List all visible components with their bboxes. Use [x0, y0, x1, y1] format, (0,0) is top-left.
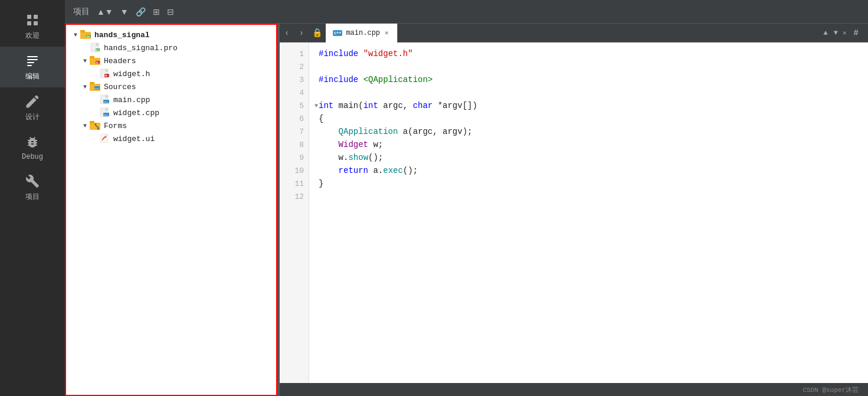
svg-text:c++: c++: [104, 114, 109, 116]
svg-text:c++: c++: [95, 87, 100, 90]
tab-close-btn[interactable]: ✕: [384, 29, 390, 37]
sidebar-item-debug[interactable]: Debug: [0, 128, 65, 167]
line-num-12: 12: [280, 190, 309, 203]
tree-item-main-cpp[interactable]: c++ main.cpp: [66, 93, 276, 106]
main-area: 项目 ▲▼ ▼ 🔗 ⊞ ⊟ ▼: [65, 0, 868, 396]
pro-file-label: hands_signal.pro: [104, 44, 178, 53]
file-tree-panel: ▼ Qt hands_signal: [65, 24, 277, 396]
add-btn[interactable]: ⊞: [149, 6, 163, 18]
sidebar-item-label-project: 项目: [25, 192, 40, 202]
editor-tabs: ‹ › 🔒 c++ main.cpp ✕ ▲ ▼ ✕ #: [280, 24, 868, 42]
tree-item-sources[interactable]: ▼ c++ Sources: [66, 80, 276, 93]
tab-scroll-down[interactable]: ▼: [831, 29, 840, 37]
qt-folder-icon: Qt: [80, 30, 92, 40]
widget-h-label: widget.h: [113, 70, 150, 78]
code-line-6: {: [319, 112, 859, 125]
tree-item-widget-h[interactable]: h widget.h: [66, 67, 276, 80]
svg-text:c++: c++: [104, 101, 109, 103]
svg-rect-7: [27, 65, 32, 66]
svg-text:h: h: [105, 74, 107, 78]
code-line-7: QApplication a(argc, argv);: [319, 125, 859, 138]
watermark: CSDN @super沐芸: [803, 385, 859, 394]
collapse-btn[interactable]: ⊟: [163, 6, 178, 18]
project-label: 项目: [73, 6, 90, 17]
lock-icon: 🔒: [309, 28, 326, 38]
svg-rect-2: [27, 21, 31, 25]
nav-arrow-back[interactable]: ‹: [280, 28, 294, 38]
nav-arrow-forward[interactable]: ›: [294, 28, 308, 38]
grid-icon: [24, 12, 41, 28]
svg-rect-19: [90, 56, 94, 58]
sidebar-item-design[interactable]: 设计: [0, 87, 65, 128]
forms-label: Forms: [104, 122, 127, 130]
wrench-icon: [24, 173, 41, 189]
top-toolbar: 项目 ▲▼ ▼ 🔗 ⊞ ⊟: [65, 0, 868, 24]
code-line-3: #include <QApplication>: [319, 73, 859, 86]
line-num-6: 6: [280, 112, 309, 125]
svg-rect-28: [90, 82, 94, 84]
line-num-2: 2: [280, 60, 309, 73]
widget-ui-label: widget.ui: [113, 135, 155, 143]
tab-filename: main.cpp: [346, 29, 380, 37]
svg-rect-10: [80, 30, 85, 32]
code-line-8: Widget w;: [319, 138, 859, 151]
svg-text:h: h: [96, 61, 98, 65]
code-line-10: return a.exec();: [319, 164, 859, 177]
line-num-5: 5: [280, 99, 309, 112]
line-num-9: 9: [280, 151, 309, 164]
sidebar-item-welcome[interactable]: 欢迎: [0, 6, 65, 47]
widget-cpp-label: widget.cpp: [113, 109, 159, 117]
sidebar: 欢迎 编辑 设计 Debug: [0, 0, 65, 396]
tree-item-root[interactable]: ▼ Qt hands_signal: [66, 28, 276, 41]
link-btn[interactable]: 🔗: [132, 6, 149, 18]
root-label: hands_signal: [94, 31, 150, 40]
tree-content: ▼ Qt hands_signal: [66, 25, 276, 395]
code-content[interactable]: #include "widget.h" #include <QApplicati…: [309, 42, 868, 383]
expand-arrow-root: ▼: [71, 32, 80, 38]
debug-icon: [24, 134, 41, 150]
hash-btn[interactable]: #: [849, 28, 863, 38]
code-line-5: int main(int argc, char *argv[]): [319, 99, 859, 112]
main-cpp-label: main.cpp: [113, 96, 150, 104]
tab-close-all[interactable]: ✕: [841, 29, 848, 37]
filter-btn[interactable]: ▼: [117, 6, 132, 18]
edit-icon: [24, 53, 41, 69]
expand-arrow-sources: ▼: [80, 84, 90, 90]
sort-btn[interactable]: ▲▼: [93, 6, 117, 18]
tree-item-headers[interactable]: ▼ h Headers: [66, 54, 276, 67]
pro-file-icon: Qt: [90, 43, 101, 53]
sidebar-item-label-debug: Debug: [22, 153, 43, 161]
tab-scroll-up[interactable]: ▲: [821, 29, 830, 37]
project-toolbar-btn[interactable]: 项目: [70, 5, 93, 18]
widget-cpp-icon: c++: [99, 108, 111, 117]
code-editor: 1 2 3 4 5 6 7 8 9 10 11 12 #include "wid…: [280, 42, 868, 383]
bottom-bar: CSDN @super沐芸: [280, 383, 868, 396]
editor-area: ‹ › 🔒 c++ main.cpp ✕ ▲ ▼ ✕ # 1: [280, 24, 868, 396]
tab-arrows: ▲ ▼ ✕ #: [821, 28, 868, 38]
h-file-icon: h: [99, 69, 111, 78]
tree-item-widget-ui[interactable]: widget.ui: [66, 132, 276, 145]
svg-rect-4: [27, 56, 38, 57]
svg-rect-6: [27, 62, 34, 63]
svg-rect-3: [34, 21, 38, 25]
line-num-1: 1: [280, 47, 309, 60]
forms-folder-icon: [90, 121, 101, 130]
headers-label: Headers: [104, 57, 136, 66]
sidebar-item-label-design: 设计: [25, 112, 40, 122]
main-cpp-icon: c++: [99, 95, 111, 104]
code-line-12: [319, 190, 859, 203]
line-num-7: 7: [280, 125, 309, 138]
tree-item-forms[interactable]: ▼ Forms: [66, 119, 276, 132]
svg-rect-0: [27, 15, 31, 19]
sidebar-item-edit[interactable]: 编辑: [0, 47, 65, 87]
design-icon: [24, 93, 41, 110]
tree-item-widget-cpp[interactable]: c++ widget.cpp: [66, 106, 276, 119]
sources-folder-icon: c++: [90, 82, 101, 91]
line-numbers: 1 2 3 4 5 6 7 8 9 10 11 12: [280, 42, 309, 383]
svg-rect-1: [34, 15, 38, 19]
sidebar-item-project[interactable]: 项目: [0, 167, 65, 208]
tree-item-pro[interactable]: Qt hands_signal.pro: [66, 41, 276, 54]
sources-label: Sources: [104, 83, 136, 91]
tab-main-cpp[interactable]: c++ main.cpp ✕: [326, 24, 398, 42]
code-line-11: }: [319, 177, 859, 190]
